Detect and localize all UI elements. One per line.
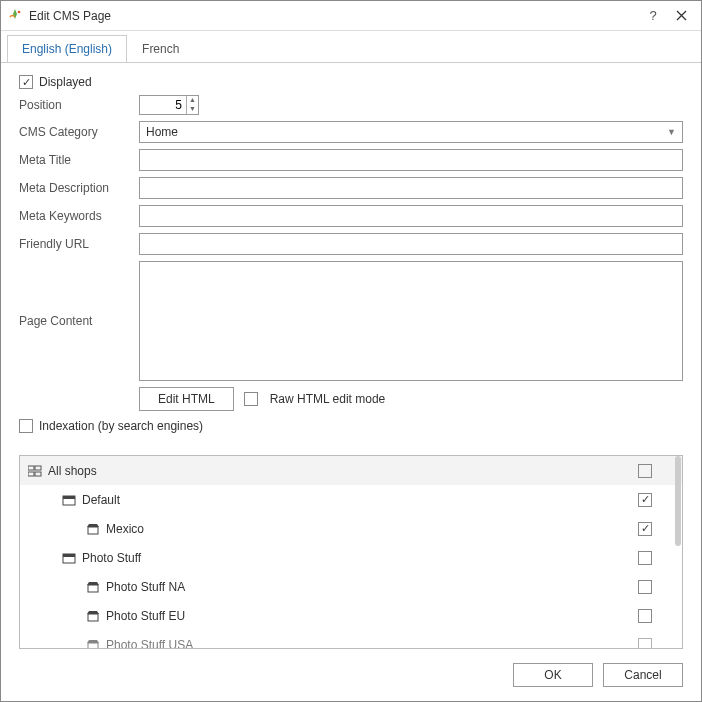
spinner-up-icon[interactable]: ▲: [186, 96, 198, 105]
page-content-textarea[interactable]: [139, 261, 683, 381]
svg-rect-10: [88, 585, 98, 592]
tree-item-checkbox[interactable]: [638, 638, 652, 650]
raw-html-label: Raw HTML edit mode: [270, 392, 386, 406]
chevron-down-icon: ▼: [667, 127, 676, 137]
tab-english[interactable]: English (English): [7, 35, 127, 63]
tree-row-all-shops[interactable]: All shops: [20, 456, 682, 485]
cms-category-select[interactable]: Home ▼: [139, 121, 683, 143]
tree-row[interactable]: Photo Stuff EU: [20, 601, 682, 630]
tabs: English (English) French: [1, 31, 701, 63]
svg-point-0: [18, 10, 21, 13]
svg-rect-4: [35, 472, 41, 476]
svg-rect-6: [63, 496, 75, 499]
svg-rect-9: [63, 554, 75, 557]
tree-item-checkbox[interactable]: ✓: [638, 493, 652, 507]
scrollbar-thumb[interactable]: [675, 456, 681, 546]
close-button[interactable]: [667, 2, 695, 30]
svg-rect-11: [88, 614, 98, 621]
dialog-footer: OK Cancel: [1, 649, 701, 701]
dialog: Edit CMS Page ? English (English) French…: [0, 0, 702, 702]
app-logo-icon: [7, 8, 23, 24]
meta-description-input[interactable]: [139, 177, 683, 199]
cancel-button[interactable]: Cancel: [603, 663, 683, 687]
store-icon: [86, 522, 100, 536]
meta-title-input[interactable]: [139, 149, 683, 171]
position-label: Position: [19, 98, 139, 112]
tree-row[interactable]: Photo Stuff NA: [20, 572, 682, 601]
friendly-url-input[interactable]: [139, 233, 683, 255]
meta-title-label: Meta Title: [19, 153, 139, 167]
meta-keywords-label: Meta Keywords: [19, 209, 139, 223]
shops-panel: All shops Default ✓ Mexico ✓: [19, 455, 683, 649]
tree-row[interactable]: Mexico ✓: [20, 514, 682, 543]
tree-item-checkbox[interactable]: [638, 580, 652, 594]
store-icon: [86, 609, 100, 623]
dialog-title: Edit CMS Page: [29, 9, 639, 23]
svg-rect-2: [35, 466, 41, 470]
tree-item-checkbox[interactable]: [638, 609, 652, 623]
form-content: ✓ Displayed Position ▲ ▼ CMS Category Ho…: [1, 63, 701, 451]
shop-group-icon: [62, 551, 76, 565]
scrollbar[interactable]: [674, 456, 682, 648]
all-shops-checkbox[interactable]: [638, 464, 652, 478]
indexation-checkbox[interactable]: [19, 419, 33, 433]
svg-rect-7: [88, 527, 98, 534]
store-icon: [86, 638, 100, 650]
spinner-down-icon[interactable]: ▼: [186, 105, 198, 114]
cms-category-value: Home: [146, 125, 178, 139]
meta-description-label: Meta Description: [19, 181, 139, 195]
friendly-url-label: Friendly URL: [19, 237, 139, 251]
tree-item-label: Photo Stuff: [82, 551, 141, 565]
displayed-checkbox[interactable]: ✓: [19, 75, 33, 89]
page-content-label: Page Content: [19, 314, 139, 328]
meta-keywords-input[interactable]: [139, 205, 683, 227]
tree-item-label: Mexico: [106, 522, 144, 536]
edit-html-button[interactable]: Edit HTML: [139, 387, 234, 411]
all-shops-label: All shops: [48, 464, 97, 478]
position-input[interactable]: [140, 98, 186, 112]
tree-item-checkbox[interactable]: [638, 551, 652, 565]
help-button[interactable]: ?: [639, 2, 667, 30]
tab-french[interactable]: French: [127, 35, 194, 63]
tree-item-label: Photo Stuff EU: [106, 609, 185, 623]
raw-html-checkbox[interactable]: [244, 392, 258, 406]
svg-rect-3: [28, 472, 34, 476]
tree-item-label: Photo Stuff NA: [106, 580, 185, 594]
indexation-label: Indexation (by search engines): [39, 419, 203, 433]
tree-item-label: Default: [82, 493, 120, 507]
tree-item-label: Photo Stuff USA: [106, 638, 193, 650]
titlebar: Edit CMS Page ?: [1, 1, 701, 31]
tree-item-checkbox[interactable]: ✓: [638, 522, 652, 536]
shop-group-icon: [62, 493, 76, 507]
store-icon: [86, 580, 100, 594]
tree-row[interactable]: Photo Stuff USA: [20, 630, 682, 649]
ok-button[interactable]: OK: [513, 663, 593, 687]
svg-rect-1: [28, 466, 34, 470]
displayed-label: Displayed: [39, 75, 92, 89]
cms-category-label: CMS Category: [19, 125, 139, 139]
tree-row[interactable]: Default ✓: [20, 485, 682, 514]
tree-row[interactable]: Photo Stuff: [20, 543, 682, 572]
svg-rect-12: [88, 643, 98, 650]
position-spinner[interactable]: ▲ ▼: [139, 95, 199, 115]
shops-root-icon: [28, 464, 42, 478]
